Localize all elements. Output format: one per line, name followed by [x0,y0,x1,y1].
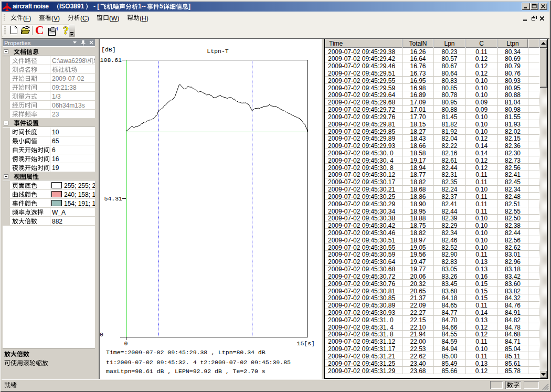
svg-text:108.61: 108.61 [100,57,122,63]
svg-text:maxLtpn=98.61 dB , LEPN=92.92: maxLtpn=98.61 dB , LEPN=92.92 dB , Te=2.… [106,368,266,375]
svg-text:[dB]: [dB] [101,46,116,53]
svg-text:0: 0 [100,331,103,338]
svg-text:Time=:2009-07-02 09:45:29.38 ,: Time=:2009-07-02 09:45:29.38 , Ltpn=80.3… [106,349,266,356]
svg-text:Ltpn-T: Ltpn-T [207,48,229,55]
svg-text:?: ? [63,25,69,36]
svg-text:15[s]: 15[s] [296,340,315,347]
svg-text:t1:2009-07-02 09:45:32. 4 t2:2: t1:2009-07-02 09:45:32. 4 t2:2009-07-02 … [106,359,291,366]
svg-text:54.31: 54.31 [104,195,122,202]
svg-text:0: 0 [124,340,128,347]
